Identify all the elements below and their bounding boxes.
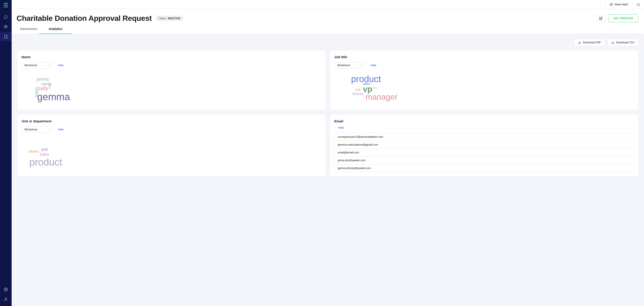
word-jenna: jenna [37,76,49,82]
card-unit-title: Unit or department [22,119,321,123]
svg-point-4 [5,298,6,299]
svg-point-5 [610,3,613,6]
name-chart-type-select[interactable]: Wordcloud [22,62,52,69]
word-job: job [356,88,361,92]
email-table: surveytestuser15@devanddeliver.com gemma… [334,133,634,172]
word-higgins: higgins [34,87,38,97]
help-icon [610,3,613,6]
nav-settings[interactable] [0,285,12,294]
email-row: surveytestuser15@devanddeliver.com [334,133,634,141]
download-csv-label: Download CSV [616,41,634,44]
name-hide-link[interactable]: Hide [58,64,64,67]
card-name-title: Name [22,55,321,59]
name-wordcloud: gemma sally jenna name kim higgins [30,72,321,106]
tab-analytics[interactable]: Analytics [48,27,62,34]
unit-chart-type-select[interactable]: Wordcloud [22,126,52,133]
download-pdf-label: Download PDF [583,41,601,44]
name-select-value: Wordcloud [24,64,37,67]
tabs: Submissions Analytics [12,22,644,34]
svg-rect-2 [4,27,6,28]
word-depart: depart... [29,150,42,154]
edit-button[interactable] [596,14,605,22]
word-sales: sales [362,82,370,86]
email-hide-link[interactable]: Hide [338,126,344,129]
page-title: Charitable Donation Approval Request [16,14,152,22]
help-button[interactable]: Need help? [605,0,632,9]
card-name: Name Wordcloud Hide gemma sally jenna na… [18,50,325,110]
svg-point-7 [612,4,612,4]
chevron-down-icon [47,128,49,131]
email-row: jenna.kim@speeki.com [334,156,634,164]
card-jobtitle-title: Job title [334,55,634,59]
svg-rect-1 [6,26,8,26]
jobtitle-chart-type-select[interactable]: Wordcloud [334,62,364,69]
card-email-title: Email [334,119,634,123]
card-jobtitle: Job title Wordcloud Hide product manager… [330,50,638,110]
download-pdf-button[interactable]: Download PDF [574,39,605,46]
jobtitle-wordcloud: product manager vp sales job director ti… [343,72,634,106]
edit-icon [599,16,602,20]
word-gemma: gemma [37,91,70,102]
app-logo [3,2,9,8]
word-vp: vp [363,84,372,94]
word-unit: unit [41,147,48,152]
status-badge: Status: INACTIVE [156,16,184,21]
power-icon [636,3,640,6]
card-unit: Unit or department Wordcloud Hide produc… [18,115,325,176]
see-preview-button[interactable]: SEE PREVIEW [608,14,638,22]
tab-submissions[interactable]: Submissions [20,27,37,34]
page-header: Charitable Donation Approval Request Sta… [12,9,644,22]
jobtitle-select-value: Wordcloud [337,64,350,67]
chevron-down-icon [47,64,49,66]
nav-profile[interactable] [0,295,12,304]
unit-select-value: Wordcloud [24,128,37,131]
word-director: director [352,92,364,96]
download-icon [578,41,581,44]
logout-button[interactable] [632,0,644,9]
word-kim: kim [48,84,52,89]
download-csv-button[interactable]: Download CSV [608,39,638,46]
content-area: Download PDF Download CSV Name Wordcloud [12,34,644,306]
unit-wordcloud: product unit sales depart... [30,136,321,163]
download-icon [611,41,614,44]
svg-point-6 [611,4,611,4]
card-email: Email Hide surveytestuser15@devanddelive… [330,115,638,176]
email-row: email@email.com [334,149,634,156]
status-value: INACTIVE [168,17,180,20]
status-label: Status: [159,17,166,20]
unit-hide-link[interactable]: Hide [58,128,64,131]
nav-surveys[interactable] [0,22,12,31]
nav-forms[interactable] [0,32,12,41]
svg-point-3 [5,289,6,290]
nav-messages[interactable] [0,12,12,22]
email-row: gemma.subscriptions@gmail.com [334,141,634,149]
chevron-down-icon [360,64,362,66]
help-label: Need help? [615,3,628,6]
word-product2: product [29,156,62,168]
topbar: Need help? [12,0,644,9]
email-row: gemma.florido@speeki.com [334,164,634,172]
jobtitle-hide-link[interactable]: Hide [371,64,376,67]
word-title: title [373,86,377,90]
svg-rect-0 [4,26,6,26]
sidebar [0,0,12,306]
